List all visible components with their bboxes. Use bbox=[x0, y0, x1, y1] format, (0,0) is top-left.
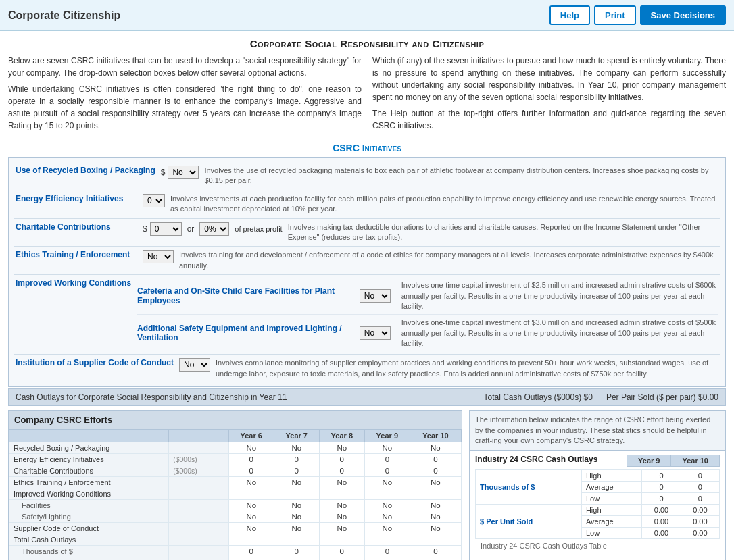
total-cash-group-sublabel bbox=[169, 534, 229, 546]
row-sublabel: ($000s) bbox=[169, 454, 229, 465]
cash-total-value: $0 bbox=[584, 392, 593, 402]
table-cell: No bbox=[319, 500, 364, 511]
table-cell: 0 bbox=[642, 470, 681, 482]
cash-bar-total: Total Cash Outlays ($000s) $0 bbox=[483, 392, 592, 402]
row-label: Safety/Lighting bbox=[9, 511, 169, 523]
charitable-amount-select[interactable]: 0100200300400500 bbox=[150, 222, 182, 236]
table-cell bbox=[410, 534, 461, 546]
company-table-title: Company CSRC Efforts bbox=[9, 411, 462, 429]
table-cell: 0.00 bbox=[642, 505, 681, 516]
table-cell: 0.00 bbox=[681, 505, 719, 516]
table-cell: No bbox=[364, 442, 410, 454]
industry-csrc-box: The information below indicates the rang… bbox=[469, 410, 726, 560]
table-cell bbox=[319, 488, 364, 500]
main-content: Corporate Social Responsibility and Citi… bbox=[0, 31, 734, 560]
table-row: Total Cash Outlays bbox=[9, 534, 462, 546]
table-cell: 0.00 bbox=[410, 557, 461, 560]
recycled-boxing-dollar: $ bbox=[161, 168, 166, 177]
intro-right-p1: Which (if any) of the seven initiatives … bbox=[372, 55, 726, 103]
charitable-label: Charitable Contributions bbox=[16, 222, 137, 232]
company-table-year9: Year 9 bbox=[364, 430, 410, 442]
table-cell: No bbox=[228, 500, 274, 511]
table-cell: No bbox=[274, 523, 319, 534]
charitable-percent-select[interactable]: 0%1%2%3%4%5% bbox=[199, 222, 229, 236]
row-label: Energy Efficiency Initiatives bbox=[9, 454, 169, 465]
per-pair-label: Per Pair Sold ($ per pair) bbox=[606, 392, 696, 402]
charitable-dollar: $ bbox=[143, 224, 147, 234]
table-cell bbox=[410, 488, 461, 500]
safety-select[interactable]: NoYes bbox=[360, 326, 391, 340]
print-button[interactable]: Print bbox=[594, 5, 636, 25]
save-decisions-button[interactable]: Save Decisions bbox=[640, 5, 726, 25]
industry-row-name: Low bbox=[581, 493, 642, 505]
table-cell: 0.00 bbox=[642, 516, 681, 528]
supplier-code-control: NoYes bbox=[179, 358, 210, 372]
safety-label: Additional Safety Equipment and Improved… bbox=[137, 324, 349, 342]
table-cell: 0 bbox=[319, 454, 364, 465]
improved-working-sub-rows: Cafeteria and On-Site Child Care Facilit… bbox=[137, 278, 718, 351]
company-table-year6: Year 6 bbox=[228, 430, 274, 442]
energy-efficiency-label: Energy Efficiency Initiatives bbox=[16, 194, 137, 203]
ethics-label: Ethics Training / Enforcement bbox=[16, 250, 137, 259]
supplier-code-select[interactable]: NoYes bbox=[179, 358, 210, 372]
initiative-ethics: Ethics Training / Enforcement NoYes Invo… bbox=[14, 247, 720, 275]
company-csrc-box: Company CSRC Efforts Year 6 Year 7 Year … bbox=[8, 410, 462, 560]
industry-table-caption: Industry 24 CSRC Cash Outlays Table bbox=[475, 539, 720, 553]
initiative-energy-efficiency: Energy Efficiency Initiatives 012345 Inv… bbox=[14, 190, 720, 219]
table-row: Energy Efficiency Initiatives($000s)0000… bbox=[9, 454, 462, 465]
cash-bar-label: Cash Outlays for Corporate Social Respon… bbox=[16, 392, 470, 402]
industry-inner: Industry 24 CSRC Cash Outlays Year 9 Yea… bbox=[470, 451, 725, 557]
help-button[interactable]: Help bbox=[549, 5, 590, 25]
table-row: Improved Working Conditions bbox=[9, 488, 462, 500]
table-cell: No bbox=[410, 523, 461, 534]
table-cell: No bbox=[364, 477, 410, 488]
intro-right: Which (if any) of the seven initiatives … bbox=[372, 55, 726, 136]
table-row: FacilitiesNoNoNoNoNo bbox=[9, 500, 462, 511]
table-cell: 0 bbox=[642, 482, 681, 493]
row-sublabel bbox=[169, 511, 229, 523]
table-cell: No bbox=[364, 500, 410, 511]
table-cell: 0.00 bbox=[319, 557, 364, 560]
industry-section-label: Thousands of $ bbox=[476, 470, 582, 505]
initiatives-box: Use of Recycled Boxing / Packaging $ No … bbox=[8, 157, 726, 387]
cafeteria-select[interactable]: NoYes bbox=[360, 289, 391, 303]
table-cell: 0 bbox=[228, 546, 274, 557]
ethics-select[interactable]: NoYes bbox=[143, 250, 174, 263]
row-sublabel: ($000s) bbox=[169, 465, 229, 477]
ethics-control: NoYes bbox=[143, 250, 174, 263]
company-table-year7: Year 7 bbox=[274, 430, 319, 442]
table-row: $ Per Unit SoldHigh0.000.00 bbox=[476, 505, 720, 516]
table-cell: No bbox=[410, 442, 461, 454]
table-cell: 0 bbox=[228, 454, 274, 465]
charitable-desc: Involves making tax-deductible donations… bbox=[288, 222, 718, 243]
recycled-boxing-select[interactable]: No Yes bbox=[168, 166, 199, 179]
table-cell: 0 bbox=[681, 493, 719, 505]
header-buttons: Help Print Save Decisions bbox=[549, 5, 726, 25]
table-row: $ Per Unit Sold0.000.000.000.000.00 bbox=[9, 557, 462, 560]
table-cell: No bbox=[410, 477, 461, 488]
table-row: Recycled Boxing / PackagingNoNoNoNoNo bbox=[9, 442, 462, 454]
row-label: Charitable Contributions bbox=[9, 465, 169, 477]
table-cell: 0 bbox=[681, 470, 719, 482]
table-cell: 0.00 bbox=[681, 528, 719, 539]
row-sublabel bbox=[169, 546, 229, 557]
table-cell: No bbox=[319, 523, 364, 534]
bottom-section: Company CSRC Efforts Year 6 Year 7 Year … bbox=[8, 410, 726, 560]
table-cell: 0 bbox=[228, 465, 274, 477]
table-cell: 0 bbox=[274, 546, 319, 557]
improved-working-label-cell: Improved Working Conditions bbox=[16, 278, 137, 288]
energy-efficiency-select[interactable]: 012345 bbox=[143, 194, 165, 207]
industry-row-name: Average bbox=[581, 482, 642, 493]
table-cell bbox=[319, 534, 364, 546]
industry-row-name: Average bbox=[581, 516, 642, 528]
industry-table-title: Industry 24 CSRC Cash Outlays bbox=[475, 455, 597, 464]
table-row: Safety/LightingNoNoNoNoNo bbox=[9, 511, 462, 523]
table-cell: No bbox=[364, 523, 410, 534]
recycled-boxing-label: Use of Recycled Boxing / Packaging bbox=[16, 166, 155, 175]
row-sublabel bbox=[169, 557, 229, 560]
table-cell bbox=[364, 488, 410, 500]
cafeteria-desc: Involves one-time capital investment of … bbox=[401, 280, 718, 311]
initiative-supplier-code: Institution of a Supplier Code of Conduc… bbox=[14, 355, 720, 382]
page-title: Corporate Citizenship bbox=[8, 9, 120, 22]
supplier-code-desc: Involves compliance monitoring of suppli… bbox=[216, 358, 718, 379]
